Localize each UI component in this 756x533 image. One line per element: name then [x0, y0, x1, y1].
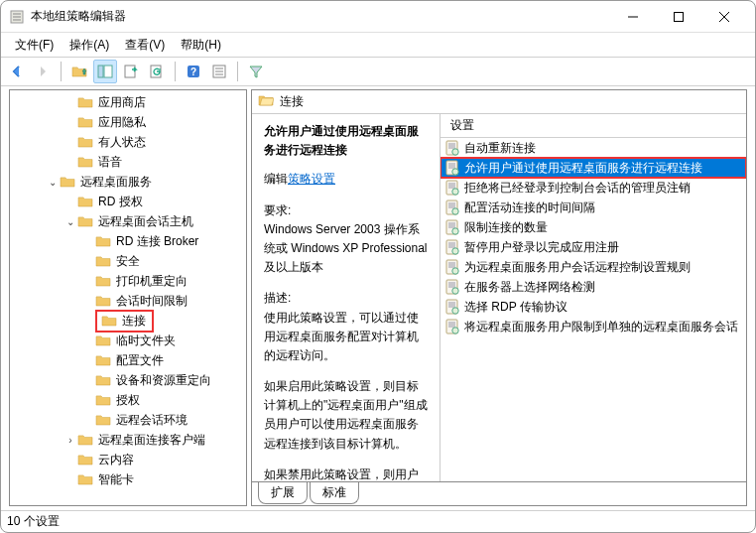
settings-list-item[interactable]: 选择 RDP 传输协议	[441, 297, 746, 317]
tree-item[interactable]: 云内容	[10, 450, 246, 469]
settings-column-header[interactable]: 设置	[441, 114, 746, 138]
settings-list-item[interactable]: 为远程桌面服务用户会话远程控制设置规则	[441, 257, 746, 277]
folder-icon	[77, 471, 93, 487]
menu-view[interactable]: 查看(V)	[117, 35, 173, 56]
description-label: 描述:	[264, 289, 430, 308]
tree-item[interactable]: 会话时间限制	[10, 291, 246, 311]
tree-item[interactable]: RD 连接 Broker	[10, 231, 246, 251]
settings-list-item[interactable]: 暂停用户登录以完成应用注册	[441, 237, 746, 257]
tree-item[interactable]: 应用隐私	[10, 112, 246, 132]
tree-item-label: 授权	[114, 392, 142, 409]
menu-action[interactable]: 操作(A)	[62, 35, 117, 56]
refresh-button[interactable]	[145, 60, 169, 83]
tree-item-label: 远程会话环境	[114, 412, 189, 429]
settings-list-item[interactable]: 自动重新连接	[441, 138, 746, 158]
tree-item[interactable]: 智能卡	[10, 469, 246, 489]
tree-item[interactable]: 配置文件	[10, 350, 246, 370]
tree-item[interactable]: 连接	[10, 311, 246, 331]
settings-item-label: 在服务器上选择网络检测	[464, 279, 595, 296]
tab-extended[interactable]: 扩展	[258, 482, 308, 504]
content-header-label: 连接	[280, 93, 304, 110]
minimize-button[interactable]	[610, 2, 656, 32]
settings-list-item[interactable]: 配置活动连接的时间间隔	[441, 198, 746, 217]
toolbar-separator	[175, 62, 176, 81]
settings-list-item[interactable]: 在服务器上选择网络检测	[441, 277, 746, 297]
tree-item[interactable]: 有人状态	[10, 132, 246, 152]
folder-icon	[77, 94, 93, 110]
settings-item-label: 允许用户通过使用远程桌面服务进行远程连接	[464, 160, 702, 177]
tab-standard[interactable]: 标准	[310, 482, 359, 504]
settings-list-item[interactable]: 允许用户通过使用远程桌面服务进行远程连接	[441, 158, 746, 178]
tree-item[interactable]: 语音	[10, 152, 246, 172]
folder-icon	[101, 313, 117, 329]
tree-item-label: RD 连接 Broker	[114, 233, 200, 250]
settings-item-label: 拒绝将已经登录到控制台会话的管理员注销	[464, 180, 691, 197]
window-titlebar: 本地组策略编辑器	[1, 1, 755, 33]
tree-item-label: 临时文件夹	[114, 333, 178, 349]
window-title: 本地组策略编辑器	[31, 8, 610, 25]
tree-scroll[interactable]: 应用商店应用隐私有人状态语音⌄远程桌面服务RD 授权⌄远程桌面会话主机RD 连接…	[10, 90, 246, 505]
forward-button[interactable]	[31, 60, 55, 83]
folder-icon	[95, 372, 111, 388]
tree-item[interactable]: 设备和资源重定向	[10, 370, 246, 390]
folder-icon	[77, 452, 93, 467]
settings-list-scroll[interactable]: 自动重新连接允许用户通过使用远程桌面服务进行远程连接拒绝将已经登录到控制台会话的…	[441, 138, 746, 481]
maximize-button[interactable]	[656, 2, 701, 32]
folder-icon	[95, 412, 111, 428]
help-button[interactable]: ?	[182, 60, 205, 83]
tree-item[interactable]: 打印机重定向	[10, 271, 246, 291]
tree-item[interactable]: 临时文件夹	[10, 331, 246, 350]
status-text: 10 个设置	[7, 513, 60, 530]
folder-icon	[77, 213, 93, 229]
tree-item[interactable]: 应用商店	[10, 92, 246, 112]
menu-file[interactable]: 文件(F)	[7, 35, 62, 56]
settings-list-item[interactable]: 拒绝将已经登录到控制台会话的管理员注销	[441, 178, 746, 198]
folder-icon	[77, 154, 93, 170]
expand-icon[interactable]: ›	[63, 435, 77, 446]
collapse-icon[interactable]: ⌄	[46, 177, 60, 188]
edit-policy-link[interactable]: 策略设置	[288, 172, 335, 186]
tree-item-label: 远程桌面会话主机	[96, 213, 195, 230]
tree-item-label: 设备和资源重定向	[114, 372, 213, 389]
settings-list-item[interactable]: 限制连接的数量	[441, 217, 746, 237]
settings-list-item[interactable]: 将远程桌面服务用户限制到单独的远程桌面服务会话	[441, 317, 746, 336]
edit-prefix: 编辑	[264, 172, 288, 186]
tree-item-label: 应用商店	[96, 94, 148, 111]
tree-item[interactable]: ⌄远程桌面服务	[10, 172, 246, 192]
tree-item-label: 会话时间限制	[114, 293, 189, 310]
show-tree-button[interactable]	[93, 60, 117, 83]
tree-item[interactable]: RD 授权	[10, 192, 246, 211]
tree-item[interactable]: ›远程桌面连接客户端	[10, 430, 246, 450]
requirements-label: 要求:	[264, 201, 430, 220]
tree-pane: 应用商店应用隐私有人状态语音⌄远程桌面服务RD 授权⌄远程桌面会话主机RD 连接…	[9, 89, 247, 506]
export-button[interactable]	[119, 60, 143, 83]
tree-item[interactable]: 安全	[10, 251, 246, 271]
menu-help[interactable]: 帮助(H)	[173, 35, 229, 56]
tree-item[interactable]: ⌄远程桌面会话主机	[10, 211, 246, 231]
svg-rect-15	[125, 66, 135, 77]
tree-item-label: 远程桌面连接客户端	[96, 432, 207, 449]
settings-item-label: 配置活动连接的时间间隔	[464, 200, 595, 216]
close-button[interactable]	[701, 2, 747, 32]
svg-text:?: ?	[190, 67, 196, 77]
settings-item-label: 暂停用户登录以完成应用注册	[464, 239, 619, 256]
filter-button[interactable]	[244, 60, 268, 83]
tree-item[interactable]: 远程会话环境	[10, 410, 246, 430]
properties-button[interactable]	[207, 60, 231, 83]
back-button[interactable]	[5, 60, 29, 83]
folder-icon	[77, 432, 93, 448]
tree-item[interactable]: 授权	[10, 390, 246, 410]
folder-icon	[77, 134, 93, 150]
policy-icon	[444, 200, 460, 215]
policy-icon	[444, 140, 460, 156]
settings-item-label: 自动重新连接	[464, 140, 536, 157]
policy-icon	[444, 299, 460, 315]
toolbar: ?	[1, 57, 755, 86]
svg-rect-13	[98, 66, 103, 77]
up-button[interactable]	[67, 60, 91, 83]
collapse-icon[interactable]: ⌄	[63, 216, 77, 227]
folder-icon	[95, 233, 111, 249]
tree-item-label: 打印机重定向	[114, 273, 189, 290]
folder-icon	[95, 333, 111, 348]
toolbar-separator	[61, 62, 62, 81]
